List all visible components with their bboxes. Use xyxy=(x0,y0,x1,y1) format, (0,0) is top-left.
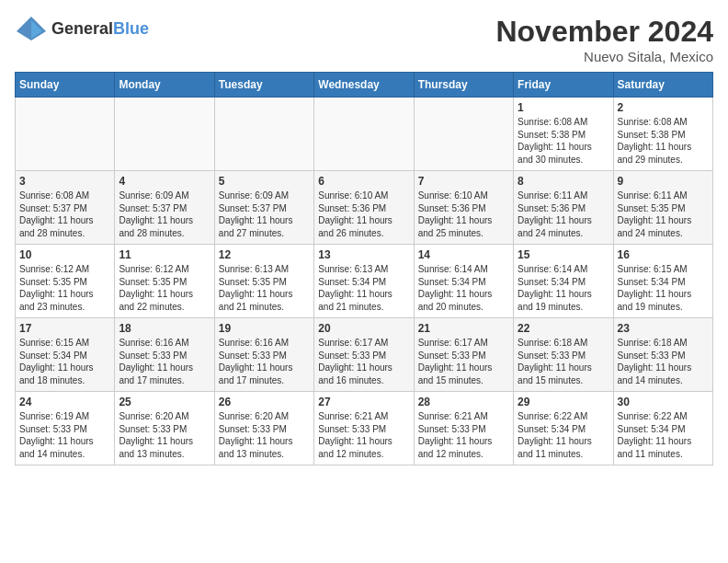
day-cell: 2Sunrise: 6:08 AM Sunset: 5:38 PM Daylig… xyxy=(613,98,712,171)
day-cell: 25Sunrise: 6:20 AM Sunset: 5:33 PM Dayli… xyxy=(115,392,214,465)
logo-general: General xyxy=(51,19,113,38)
day-cell: 27Sunrise: 6:21 AM Sunset: 5:33 PM Dayli… xyxy=(314,392,414,465)
day-number: 24 xyxy=(19,396,110,408)
day-info: Sunrise: 6:11 AM Sunset: 5:35 PM Dayligh… xyxy=(618,190,709,239)
weekday-header-wednesday: Wednesday xyxy=(314,73,414,98)
day-info: Sunrise: 6:10 AM Sunset: 5:36 PM Dayligh… xyxy=(318,190,409,239)
day-number: 13 xyxy=(318,248,409,261)
day-number: 14 xyxy=(418,248,509,261)
day-info: Sunrise: 6:21 AM Sunset: 5:33 PM Dayligh… xyxy=(418,410,509,460)
day-cell xyxy=(314,98,414,171)
day-number: 16 xyxy=(618,248,709,261)
day-info: Sunrise: 6:12 AM Sunset: 5:35 PM Dayligh… xyxy=(119,263,210,313)
day-number: 11 xyxy=(119,248,210,261)
day-cell: 12Sunrise: 6:13 AM Sunset: 5:35 PM Dayli… xyxy=(214,245,313,318)
day-number: 7 xyxy=(418,175,509,188)
day-number: 6 xyxy=(318,175,409,188)
day-number: 2 xyxy=(618,101,709,114)
title-block: November 2024 Nuevo Sitala, Mexico xyxy=(495,15,713,64)
day-number: 25 xyxy=(119,396,210,408)
day-info: Sunrise: 6:11 AM Sunset: 5:36 PM Dayligh… xyxy=(518,190,609,239)
day-cell: 26Sunrise: 6:20 AM Sunset: 5:33 PM Dayli… xyxy=(214,392,313,465)
day-number: 28 xyxy=(418,396,509,408)
day-info: Sunrise: 6:17 AM Sunset: 5:33 PM Dayligh… xyxy=(418,337,509,386)
day-number: 18 xyxy=(119,322,210,335)
day-info: Sunrise: 6:08 AM Sunset: 5:38 PM Dayligh… xyxy=(518,116,609,166)
day-info: Sunrise: 6:13 AM Sunset: 5:35 PM Dayligh… xyxy=(219,263,310,313)
day-cell: 5Sunrise: 6:09 AM Sunset: 5:37 PM Daylig… xyxy=(214,171,313,245)
weekday-header-tuesday: Tuesday xyxy=(214,73,313,98)
day-cell: 30Sunrise: 6:22 AM Sunset: 5:34 PM Dayli… xyxy=(613,392,712,465)
weekday-header-saturday: Saturday xyxy=(613,73,712,98)
day-cell: 16Sunrise: 6:15 AM Sunset: 5:34 PM Dayli… xyxy=(613,245,712,318)
week-row-2: 3Sunrise: 6:08 AM Sunset: 5:37 PM Daylig… xyxy=(16,171,713,245)
logo: GeneralBlue xyxy=(15,15,149,42)
day-info: Sunrise: 6:14 AM Sunset: 5:34 PM Dayligh… xyxy=(418,263,509,313)
day-number: 12 xyxy=(219,248,310,261)
logo-icon xyxy=(15,15,48,42)
day-info: Sunrise: 6:21 AM Sunset: 5:33 PM Dayligh… xyxy=(318,410,409,460)
day-number: 3 xyxy=(19,175,110,188)
weekday-header-sunday: Sunday xyxy=(16,73,115,98)
day-cell: 17Sunrise: 6:15 AM Sunset: 5:34 PM Dayli… xyxy=(16,318,115,392)
day-info: Sunrise: 6:20 AM Sunset: 5:33 PM Dayligh… xyxy=(219,410,310,460)
day-info: Sunrise: 6:16 AM Sunset: 5:33 PM Dayligh… xyxy=(119,337,210,386)
day-number: 10 xyxy=(19,248,110,261)
day-cell: 10Sunrise: 6:12 AM Sunset: 5:35 PM Dayli… xyxy=(16,245,115,318)
day-cell: 4Sunrise: 6:09 AM Sunset: 5:37 PM Daylig… xyxy=(115,171,214,245)
day-cell: 3Sunrise: 6:08 AM Sunset: 5:37 PM Daylig… xyxy=(16,171,115,245)
day-number: 9 xyxy=(618,175,709,188)
day-info: Sunrise: 6:15 AM Sunset: 5:34 PM Dayligh… xyxy=(19,337,110,386)
logo-blue: Blue xyxy=(113,19,149,38)
day-cell: 6Sunrise: 6:10 AM Sunset: 5:36 PM Daylig… xyxy=(314,171,414,245)
month-title: November 2024 xyxy=(495,15,713,49)
day-number: 20 xyxy=(318,322,409,335)
day-info: Sunrise: 6:22 AM Sunset: 5:34 PM Dayligh… xyxy=(618,410,709,460)
day-number: 15 xyxy=(518,248,609,261)
day-cell: 9Sunrise: 6:11 AM Sunset: 5:35 PM Daylig… xyxy=(613,171,712,245)
day-cell: 7Sunrise: 6:10 AM Sunset: 5:36 PM Daylig… xyxy=(414,171,513,245)
day-cell: 28Sunrise: 6:21 AM Sunset: 5:33 PM Dayli… xyxy=(414,392,513,465)
day-info: Sunrise: 6:08 AM Sunset: 5:38 PM Dayligh… xyxy=(618,116,709,166)
day-cell xyxy=(16,98,115,171)
day-cell: 15Sunrise: 6:14 AM Sunset: 5:34 PM Dayli… xyxy=(514,245,613,318)
day-number: 17 xyxy=(19,322,110,335)
day-cell: 23Sunrise: 6:18 AM Sunset: 5:33 PM Dayli… xyxy=(613,318,712,392)
day-number: 29 xyxy=(518,396,609,408)
day-info: Sunrise: 6:22 AM Sunset: 5:34 PM Dayligh… xyxy=(518,410,609,460)
day-info: Sunrise: 6:09 AM Sunset: 5:37 PM Dayligh… xyxy=(219,190,310,239)
day-info: Sunrise: 6:19 AM Sunset: 5:33 PM Dayligh… xyxy=(19,410,110,460)
location: Nuevo Sitala, Mexico xyxy=(495,49,713,64)
day-info: Sunrise: 6:17 AM Sunset: 5:33 PM Dayligh… xyxy=(318,337,409,386)
week-row-1: 1Sunrise: 6:08 AM Sunset: 5:38 PM Daylig… xyxy=(16,98,713,171)
calendar-table: SundayMondayTuesdayWednesdayThursdayFrid… xyxy=(15,72,713,465)
day-number: 5 xyxy=(219,175,310,188)
weekday-header-friday: Friday xyxy=(514,73,613,98)
day-info: Sunrise: 6:12 AM Sunset: 5:35 PM Dayligh… xyxy=(19,263,110,313)
day-cell: 13Sunrise: 6:13 AM Sunset: 5:34 PM Dayli… xyxy=(314,245,414,318)
day-info: Sunrise: 6:18 AM Sunset: 5:33 PM Dayligh… xyxy=(518,337,609,386)
day-cell: 20Sunrise: 6:17 AM Sunset: 5:33 PM Dayli… xyxy=(314,318,414,392)
day-cell: 29Sunrise: 6:22 AM Sunset: 5:34 PM Dayli… xyxy=(514,392,613,465)
day-info: Sunrise: 6:13 AM Sunset: 5:34 PM Dayligh… xyxy=(318,263,409,313)
day-cell: 19Sunrise: 6:16 AM Sunset: 5:33 PM Dayli… xyxy=(214,318,313,392)
day-number: 30 xyxy=(618,396,709,408)
day-cell: 22Sunrise: 6:18 AM Sunset: 5:33 PM Dayli… xyxy=(514,318,613,392)
day-number: 21 xyxy=(418,322,509,335)
weekday-header-thursday: Thursday xyxy=(414,73,513,98)
day-info: Sunrise: 6:08 AM Sunset: 5:37 PM Dayligh… xyxy=(19,190,110,239)
day-info: Sunrise: 6:09 AM Sunset: 5:37 PM Dayligh… xyxy=(119,190,210,239)
day-info: Sunrise: 6:15 AM Sunset: 5:34 PM Dayligh… xyxy=(618,263,709,313)
weekday-header-row: SundayMondayTuesdayWednesdayThursdayFrid… xyxy=(16,73,713,98)
day-cell xyxy=(414,98,513,171)
day-cell: 21Sunrise: 6:17 AM Sunset: 5:33 PM Dayli… xyxy=(414,318,513,392)
day-info: Sunrise: 6:18 AM Sunset: 5:33 PM Dayligh… xyxy=(618,337,709,386)
day-cell xyxy=(214,98,313,171)
week-row-5: 24Sunrise: 6:19 AM Sunset: 5:33 PM Dayli… xyxy=(16,392,713,465)
day-cell: 14Sunrise: 6:14 AM Sunset: 5:34 PM Dayli… xyxy=(414,245,513,318)
day-info: Sunrise: 6:14 AM Sunset: 5:34 PM Dayligh… xyxy=(518,263,609,313)
day-number: 1 xyxy=(518,101,609,114)
day-number: 26 xyxy=(219,396,310,408)
day-cell: 8Sunrise: 6:11 AM Sunset: 5:36 PM Daylig… xyxy=(514,171,613,245)
day-number: 8 xyxy=(518,175,609,188)
